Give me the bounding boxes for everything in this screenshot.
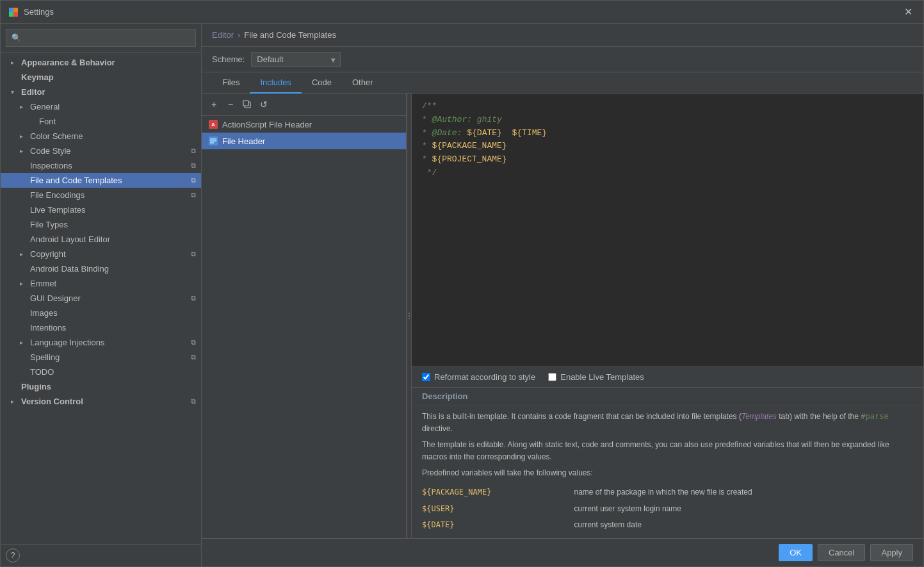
ok-button[interactable]: OK [779,544,813,561]
splitter-dot [409,313,410,314]
sidebar-item-label: File and Code Templates [30,176,122,185]
code-line-3: * @Date: ${DATE} ${TIME} [422,127,913,140]
panel-splitter[interactable] [407,94,412,538]
sidebar-item-label: Editor [21,87,45,97]
dialog-buttons: OK Cancel Apply [202,538,923,566]
breadcrumb: Editor › File and Code Templates [202,24,923,47]
sidebar-item-todo[interactable]: TODO [1,365,201,379]
expand-arrow-color-scheme [20,133,28,140]
editor-options: Reformat according to style Enable Live … [412,366,923,387]
sidebar-item-color-scheme[interactable]: Color Scheme [1,129,201,144]
desc-text-3: Predefined variables will take the follo… [422,468,593,477]
desc-text-1a: This is a built-in template. It contains… [422,412,742,421]
var-desc-package: name of the package in which the new fil… [574,484,913,500]
sidebar-item-label: Color Scheme [30,131,83,141]
splitter-dot [409,318,410,319]
sidebar-item-version-control[interactable]: Version Control ⧉ [1,394,201,409]
split-panel: + − ↺ A [202,94,923,538]
scheme-label: Scheme: [212,54,245,64]
sidebar-item-general[interactable]: General [1,99,201,114]
sidebar-item-live-templates[interactable]: Live Templates [1,202,201,217]
live-templates-checkbox[interactable] [548,373,556,381]
tab-files[interactable]: Files [212,72,250,94]
sidebar-item-code-style[interactable]: Code Style ⧉ [1,144,201,158]
sidebar-item-label: File Types [30,220,68,229]
sidebar-item-label: Intentions [30,323,66,333]
sidebar-item-copyright[interactable]: Copyright ⧉ [1,247,201,261]
sidebar-item-label: Android Data Binding [30,264,109,274]
close-button[interactable]: ✕ [900,4,916,20]
var-row-user: ${USER} current user system login name [422,501,913,517]
settings-window: Settings ✕ 🔍 Appearance & Behavior [0,0,924,567]
code-line-2: * @Author: ghity [422,113,913,127]
reformat-label: Reformat according to style [434,372,535,382]
sidebar-item-language-injections[interactable]: Language Injections ⧉ [1,335,201,350]
code-line-5: * ${PROJECT_NAME} [422,153,913,167]
sidebar-item-file-encodings[interactable]: File Encodings ⧉ [1,188,201,202]
desc-para-2: The template is editable. Along with sta… [422,439,913,463]
template-item-label: ActionScript File Header [222,120,312,129]
editor-area: /** * @Author: ghity * @Date: ${DATE} ${… [412,94,923,538]
tab-other[interactable]: Other [342,72,384,94]
sidebar-item-file-types[interactable]: File Types [1,217,201,232]
tab-includes[interactable]: Includes [250,72,301,94]
template-item-file-header[interactable]: File Header [202,133,406,149]
sidebar-item-intentions[interactable]: Intentions [1,320,201,335]
apply-button[interactable]: Apply [870,544,913,561]
sidebar-item-appearance[interactable]: Appearance & Behavior [1,55,201,70]
search-field-wrapper[interactable]: 🔍 [6,29,196,47]
sidebar-item-label: Keymap [21,72,54,82]
reformat-checkbox-label[interactable]: Reformat according to style [422,372,535,382]
sidebar-item-label: Spelling [30,352,60,362]
app-icon [8,7,19,17]
desc-text-italic: Templates [742,412,777,421]
sidebar-item-font[interactable]: Font [1,114,201,129]
live-templates-checkbox-label[interactable]: Enable Live Templates [548,372,644,382]
sidebar-item-android-layout-editor[interactable]: Android Layout Editor [1,232,201,247]
copy-icon-language-injections: ⧉ [191,338,196,347]
window-title: Settings [24,7,900,17]
scheme-select[interactable]: Default Project [251,52,341,67]
copy-icon-gui-designer: ⧉ [191,294,196,302]
scheme-row: Scheme: Default Project [202,47,923,72]
sidebar-item-inspections[interactable]: Inspections ⧉ [1,158,201,173]
search-input[interactable] [25,33,190,43]
sidebar-item-images[interactable]: Images [1,306,201,320]
sidebar-item-plugins[interactable]: Plugins [1,379,201,394]
desc-text-code: #parse [861,412,888,421]
description-panel: Description This is a built-in template.… [412,387,923,539]
sidebar-item-file-code-templates[interactable]: File and Code Templates ⧉ [1,173,201,188]
var-desc-user: current user system login name [574,501,913,517]
sidebar-item-emmet[interactable]: Emmet [1,276,201,291]
reset-template-button[interactable]: ↺ [257,97,271,111]
sidebar-item-android-data-binding[interactable]: Android Data Binding [1,261,201,276]
sidebar-item-spelling[interactable]: Spelling ⧉ [1,350,201,365]
sidebar-item-keymap[interactable]: Keymap [1,70,201,85]
copy-template-button[interactable] [240,97,254,111]
sidebar-item-label: Live Templates [30,205,85,215]
sidebar: 🔍 Appearance & Behavior Keymap [1,24,202,566]
var-desc-date: current system date [574,517,913,533]
tab-code[interactable]: Code [302,72,342,94]
list-toolbar: + − ↺ [202,94,406,116]
template-item-actionscript[interactable]: A ActionScript File Header [202,116,406,133]
copy-icon-inspections: ⧉ [191,161,196,170]
add-template-button[interactable]: + [207,97,221,111]
sidebar-item-label: Version Control [21,397,83,406]
help-button[interactable]: ? [6,548,20,563]
copy-icon-file-code-templates: ⧉ [191,176,196,185]
sidebar-item-editor[interactable]: Editor [1,85,201,99]
sidebar-item-gui-designer[interactable]: GUI Designer ⧉ [1,291,201,306]
expand-arrow-code-style [20,147,28,154]
desc-text-1c: directive. [422,424,453,433]
desc-text-2: The template is editable. Along with sta… [422,440,889,461]
sidebar-item-label: Language Injections [30,338,104,347]
sidebar-item-label: Inspections [30,161,72,170]
copy-icon-code-style: ⧉ [191,147,196,155]
cancel-button[interactable]: Cancel [818,544,865,561]
reformat-checkbox[interactable] [422,373,430,381]
remove-template-button[interactable]: − [223,97,238,111]
main-content: 🔍 Appearance & Behavior Keymap [1,24,923,566]
code-editor[interactable]: /** * @Author: ghity * @Date: ${DATE} ${… [412,94,923,366]
expand-arrow-editor [11,88,19,95]
